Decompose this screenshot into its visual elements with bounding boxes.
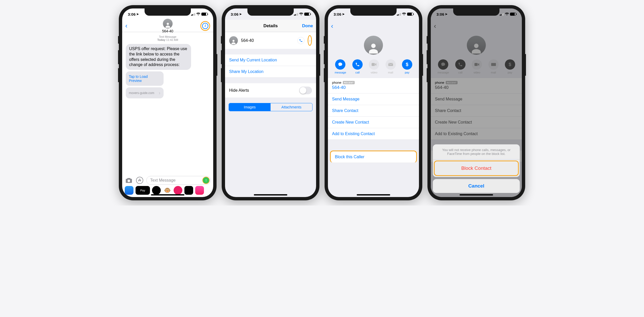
attachments-segment[interactable]: Attachments bbox=[271, 103, 312, 111]
sheet-message: You will not receive phone calls, messag… bbox=[433, 144, 520, 160]
nav-bar: Details Done bbox=[225, 20, 316, 32]
pay-action[interactable]: $pay bbox=[402, 59, 412, 74]
hide-alerts-row: Hide Alerts bbox=[225, 83, 316, 98]
wifi-icon bbox=[402, 13, 406, 16]
phone-frame-1: 3:06➤ ‹ 564-40 i Text MessageToday 11:42… bbox=[119, 5, 217, 200]
send-location-button[interactable]: Send My Current Location bbox=[225, 54, 316, 66]
message-bubble: USPS offer request: Please use the link … bbox=[126, 44, 191, 70]
info-button[interactable]: i bbox=[202, 23, 208, 29]
url-bubble[interactable]: movers-guide.com› bbox=[126, 87, 164, 98]
link-preview[interactable]: Tap to Load Preview bbox=[126, 71, 164, 86]
wifi-icon bbox=[299, 13, 303, 16]
wifi-icon bbox=[505, 13, 509, 16]
app-dock: Pay 🐵 bbox=[122, 185, 213, 195]
phone-frame-3: 3:06➤ ‹ message call video mail $pay pho… bbox=[325, 5, 422, 200]
video-action: video bbox=[369, 59, 379, 74]
signal-icon bbox=[500, 13, 504, 16]
location-icon: ➤ bbox=[239, 12, 242, 16]
block-caller-button[interactable]: Block this Caller bbox=[330, 151, 417, 163]
phone-number: 564-40 bbox=[332, 85, 415, 90]
images-icon[interactable] bbox=[174, 186, 182, 195]
share-contact-button[interactable]: Share Contact bbox=[328, 105, 419, 117]
signal-icon bbox=[397, 13, 401, 16]
nav-bar: ‹ bbox=[328, 20, 419, 32]
battery-icon bbox=[201, 13, 208, 16]
message-action[interactable]: message bbox=[335, 59, 346, 74]
cancel-button[interactable]: Cancel bbox=[433, 179, 520, 193]
apple-pay-icon[interactable]: Pay bbox=[136, 186, 150, 195]
home-indicator[interactable] bbox=[151, 194, 184, 195]
status-time: 3:06 bbox=[334, 12, 341, 16]
signal-icon bbox=[294, 13, 298, 16]
phone-label: phone bbox=[332, 81, 341, 85]
status-time: 3:06 bbox=[128, 12, 136, 16]
phone-section[interactable]: phoneRECENT 564-40 bbox=[328, 78, 419, 94]
home-indicator[interactable] bbox=[254, 194, 287, 195]
message-input[interactable]: Text Message↑ bbox=[146, 176, 211, 185]
home-indicator[interactable] bbox=[357, 194, 390, 195]
block-contact-button[interactable]: Block Contact bbox=[434, 161, 519, 176]
status-time: 3:06 bbox=[436, 12, 444, 16]
battery-icon bbox=[407, 13, 413, 16]
phone-icon[interactable] bbox=[297, 37, 305, 44]
contact-name: 564-40 bbox=[241, 38, 294, 43]
contact-name: 564-40 bbox=[162, 29, 173, 33]
avatar-icon bbox=[364, 36, 383, 55]
message-area: Text MessageToday 11:42 AM USPS offer re… bbox=[122, 32, 213, 174]
location-icon: ➤ bbox=[136, 12, 139, 16]
battery-icon bbox=[304, 13, 310, 16]
activity-icon[interactable] bbox=[152, 186, 161, 195]
action-sheet: You will not receive phone calls, messag… bbox=[433, 144, 520, 195]
music-icon[interactable] bbox=[195, 186, 204, 195]
digital-touch-icon[interactable] bbox=[184, 186, 193, 195]
avatar-icon bbox=[163, 19, 173, 29]
nav-title: Details bbox=[263, 23, 278, 29]
images-segment[interactable]: Images bbox=[229, 103, 271, 111]
battery-icon bbox=[510, 13, 516, 16]
nav-bar: ‹ 564-40 i bbox=[122, 20, 213, 32]
message-timestamp: Text MessageToday 11:42 AM bbox=[126, 35, 210, 41]
app-store-icon[interactable] bbox=[125, 186, 133, 195]
recent-badge: RECENT bbox=[343, 81, 355, 84]
send-message-button[interactable]: Send Message bbox=[328, 94, 419, 105]
add-existing-button[interactable]: Add to Existing Contact bbox=[328, 128, 419, 140]
appstore-icon[interactable] bbox=[136, 176, 144, 184]
call-action[interactable]: call bbox=[352, 59, 363, 74]
svg-rect-1 bbox=[372, 63, 375, 66]
phone-frame-2: 3:06➤ Details Done 564-40 › Send My Curr… bbox=[222, 5, 319, 200]
chevron-highlight: › bbox=[308, 35, 312, 46]
action-row: message call video mail $pay bbox=[328, 57, 419, 78]
mail-action: mail bbox=[386, 59, 396, 74]
send-button[interactable]: ↑ bbox=[202, 177, 210, 184]
create-contact-button[interactable]: Create New Contact bbox=[328, 117, 419, 128]
info-button-highlight: i bbox=[200, 21, 210, 31]
wifi-icon bbox=[196, 13, 200, 16]
message-input-bar: Text Message↑ bbox=[122, 174, 213, 186]
chevron-right-icon[interactable]: › bbox=[309, 38, 311, 43]
location-icon: ➤ bbox=[342, 12, 345, 16]
back-button[interactable]: ‹ bbox=[331, 22, 333, 30]
location-icon: ➤ bbox=[445, 12, 448, 16]
avatar-icon bbox=[229, 36, 238, 45]
status-time: 3:06 bbox=[231, 12, 238, 16]
camera-icon[interactable] bbox=[125, 176, 133, 184]
animoji-icon[interactable]: 🐵 bbox=[163, 186, 172, 195]
hide-alerts-toggle[interactable] bbox=[299, 87, 312, 94]
done-button[interactable]: Done bbox=[302, 23, 313, 29]
contact-header bbox=[328, 32, 419, 57]
home-indicator[interactable] bbox=[460, 194, 493, 195]
back-button[interactable]: ‹ bbox=[125, 22, 128, 30]
svg-rect-2 bbox=[388, 63, 393, 66]
share-location-button[interactable]: Share My Location bbox=[225, 66, 316, 78]
segmented-control: Images Attachments bbox=[229, 103, 312, 111]
signal-icon bbox=[191, 13, 195, 16]
phone-frame-4: 3:06➤ ‹ message call video mail $pay pho… bbox=[427, 5, 525, 200]
contact-row[interactable]: 564-40 › bbox=[225, 32, 316, 49]
